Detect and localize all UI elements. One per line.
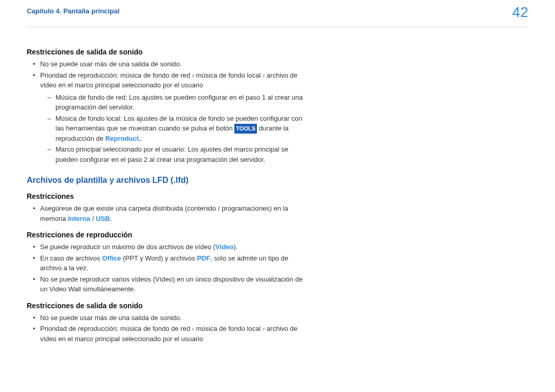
list-item: Se puede reproducir un máximo de dos arc… [33,242,304,252]
list-item: Marco principal seleccionado por el usua… [47,144,304,164]
list-sound-output: No se puede usar más de una salida de so… [27,59,304,164]
body-text: música de fondo local [194,71,263,79]
header-divider [27,27,528,27]
body-text: Música de fondo de red: Los ajustes se p… [55,94,303,111]
heading-sound-output-restrictions-2: Restricciones de salida de sonido [27,302,304,310]
heading-sound-output-restrictions: Restricciones de salida de sonido [27,48,304,56]
body-text: No se puede reproducir varios vídeos (Ví… [40,275,303,293]
body-text: Prioridad de reproducción: música de fon… [40,325,192,332]
body-text: No se puede usar más de una salida de so… [40,314,181,322]
body-text: Prioridad de reproducción: música de fon… [40,71,192,79]
body-text: . [110,215,112,222]
highlight-interna: Interna [68,215,90,222]
list-restrictions: Asegúrese de que existe una carpeta dist… [27,203,304,223]
highlight-video: Vídeo [215,243,233,251]
page-number: 42 [512,4,528,21]
body-text: / [90,215,96,222]
chapter-title: Capítulo 4. Pantalla principal [27,7,120,15]
list-item: En caso de archivos Office (PPT y Word) … [33,253,304,273]
body-text: Marco principal seleccionado por el usua… [55,145,288,163]
heading-playback-restrictions: Restricciones de reproducción [27,231,304,239]
content-column: Restricciones de salida de sonido No se … [27,48,304,344]
list-item: Música de fondo de red: Los ajustes se p… [47,92,304,113]
list-item: No se puede usar más de una salida de so… [33,59,304,69]
highlight-reproduct: Reproduct. [105,135,141,142]
list-playback: Se puede reproducir un máximo de dos arc… [27,242,304,294]
list-item: Música de fondo local: Los ajustes de la… [47,114,304,144]
body-text: ). [234,243,238,251]
list-item: No se puede usar más de una salida de so… [33,313,304,323]
list-sound-output-2: No se puede usar más de una salida de so… [27,313,304,344]
highlight-office: Office [102,254,121,262]
list-item: Prioridad de reproducción: música de fon… [33,70,304,165]
list-item: Prioridad de reproducción: música de fon… [33,324,304,344]
document-page: Capítulo 4. Pantalla principal 42 Restri… [0,0,555,392]
heading-template-lfd: Archivos de plantilla y archivos LFD (.l… [27,176,304,185]
highlight-pdf: PDF [197,254,210,262]
body-text: . [140,135,142,142]
body-text: Se puede reproducir un máximo de dos arc… [40,243,215,251]
body-text: música de fondo local [194,325,263,332]
body-text: (PPT y Word) y archivos [121,254,197,262]
highlight-usb: USB [96,215,109,222]
list-item: Asegúrese de que existe una carpeta dist… [33,203,304,223]
body-text: En caso de archivos [40,254,102,262]
list-item: No se puede reproducir varios vídeos (Ví… [33,274,304,294]
sublist: Música de fondo de red: Los ajustes se p… [40,92,304,165]
tools-chip: TOOLS [234,124,257,134]
heading-restrictions: Restricciones [27,192,304,200]
body-text: No se puede usar más de una salida de so… [40,60,181,68]
page-header: Capítulo 4. Pantalla principal 42 [27,7,528,24]
